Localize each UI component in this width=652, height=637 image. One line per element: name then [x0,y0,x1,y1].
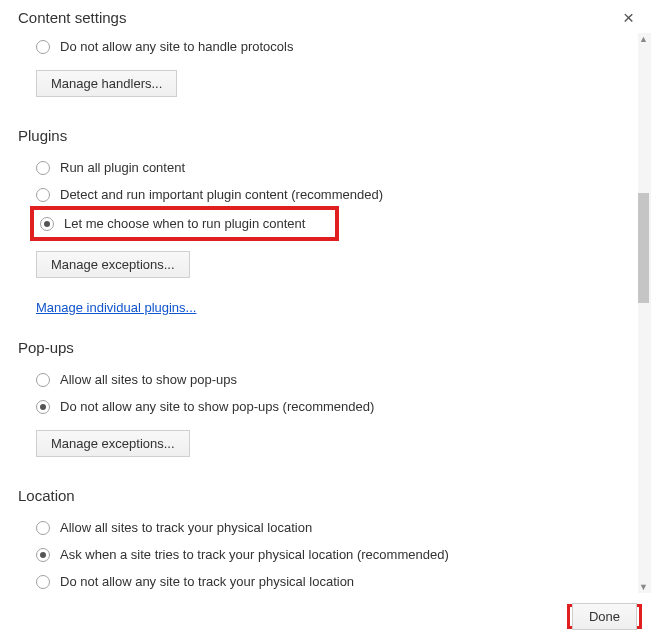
option-label: Run all plugin content [60,160,185,175]
radio-icon[interactable] [36,548,50,562]
dialog-header: Content settings × [0,0,652,33]
radio-icon[interactable] [36,188,50,202]
scroll-down-icon[interactable]: ▼ [638,581,649,593]
close-icon[interactable]: × [623,8,634,27]
location-section-title: Location [18,487,638,504]
location-option-ask[interactable]: Ask when a site tries to track your phys… [18,541,638,568]
done-button-highlight: Done [567,604,642,629]
plugins-section-title: Plugins [18,127,638,144]
popups-manage-exceptions-button[interactable]: Manage exceptions... [36,430,190,457]
option-label: Allow all sites to show pop-ups [60,372,237,387]
plugins-option-run-all[interactable]: Run all plugin content [18,154,638,181]
location-option-block[interactable]: Do not allow any site to track your phys… [18,568,638,593]
manage-handlers-button[interactable]: Manage handlers... [36,70,177,97]
protocols-option-block[interactable]: Do not allow any site to handle protocol… [18,33,638,60]
option-label: Allow all sites to track your physical l… [60,520,312,535]
plugins-manage-exceptions-button[interactable]: Manage exceptions... [36,251,190,278]
radio-icon[interactable] [36,161,50,175]
content-scroll-area: Do not allow any site to handle protocol… [0,33,652,593]
option-label: Do not allow any site to track your phys… [60,574,354,589]
radio-icon[interactable] [36,575,50,589]
popups-option-allow[interactable]: Allow all sites to show pop-ups [18,366,638,393]
radio-icon[interactable] [36,373,50,387]
option-label: Do not allow any site to handle protocol… [60,39,293,54]
radio-icon[interactable] [36,400,50,414]
popups-option-block[interactable]: Do not allow any site to show pop-ups (r… [18,393,638,420]
radio-icon[interactable] [36,40,50,54]
location-option-allow[interactable]: Allow all sites to track your physical l… [18,514,638,541]
dialog-footer: Done [0,595,652,637]
scrollbar-track[interactable]: ▲ ▼ [638,33,651,593]
dialog-title: Content settings [18,9,126,26]
option-label: Ask when a site tries to track your phys… [60,547,449,562]
plugins-option-detect[interactable]: Detect and run important plugin content … [18,181,638,208]
manage-individual-plugins-link[interactable]: Manage individual plugins... [36,300,196,315]
option-label: Detect and run important plugin content … [60,187,383,202]
option-label: Let me choose when to run plugin content [64,216,305,231]
radio-icon[interactable] [36,521,50,535]
plugins-option-choose-highlighted[interactable]: Let me choose when to run plugin content [30,206,339,241]
scroll-up-icon[interactable]: ▲ [638,33,649,45]
popups-section-title: Pop-ups [18,339,638,356]
done-button[interactable]: Done [572,603,637,630]
radio-icon[interactable] [40,217,54,231]
option-label: Do not allow any site to show pop-ups (r… [60,399,374,414]
scrollbar-thumb[interactable] [638,193,649,303]
